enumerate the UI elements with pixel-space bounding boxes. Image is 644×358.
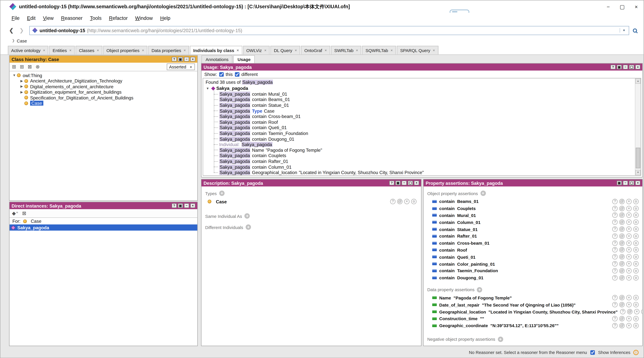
scroll-down-icon[interactable]: ▼ (635, 170, 641, 175)
menu-item[interactable]: View (39, 14, 58, 22)
annotate-button[interactable]: @ (619, 254, 624, 260)
class-tree-row[interactable]: Specification_for_Digitization_of_Ancien… (10, 95, 197, 100)
float-icon[interactable]: ▣ (178, 57, 183, 61)
delete-button[interactable]: × (626, 234, 632, 239)
maximize-icon[interactable]: ▢ (408, 181, 413, 185)
expand-icon[interactable]: ▶ (20, 85, 24, 88)
add-different-individual-button[interactable]: + (246, 224, 251, 230)
close-icon[interactable]: × (414, 181, 419, 185)
delete-button[interactable]: × (626, 227, 632, 232)
menu-item[interactable]: Edit (23, 14, 39, 22)
search-button[interactable] (633, 28, 637, 32)
explain-button[interactable]: ? (612, 234, 618, 239)
tab-close-icon[interactable]: × (264, 48, 266, 52)
explain-button[interactable]: ? (612, 254, 618, 260)
close-icon[interactable]: × (635, 65, 640, 69)
annotate-button[interactable]: @ (627, 309, 632, 314)
tab-close-icon[interactable]: × (356, 48, 358, 52)
menu-item[interactable]: File (8, 14, 23, 22)
delete-button[interactable]: × (626, 254, 632, 260)
tab-close-icon[interactable]: × (142, 48, 144, 52)
class-tree-row[interactable]: ▶ Digital_elements_of_ancient_architectu… (10, 84, 197, 89)
tab[interactable]: Entities × (49, 46, 75, 54)
edit-button[interactable]: o (633, 234, 639, 239)
menu-item[interactable]: Refactor (105, 14, 132, 22)
object-assertion-row[interactable]: contain Dougong_01 ? @ × o (427, 274, 639, 281)
usage-row[interactable]: Sakya_pagoda Type Case (212, 108, 633, 114)
explain-button[interactable]: ? (612, 295, 618, 301)
explain-button[interactable]: ? (612, 323, 618, 328)
class-tree-row[interactable]: ▼ owl:Thing (10, 73, 197, 78)
edit-button[interactable]: o (411, 199, 416, 204)
edit-button[interactable]: o (641, 309, 642, 314)
scrollbar[interactable]: ▲ ▼ (635, 78, 641, 175)
usage-row[interactable]: Sakya_pagoda Geographical_location "Loca… (212, 170, 633, 175)
menu-item[interactable]: Reasoner (57, 14, 86, 22)
tab-annotations[interactable]: Annotations (202, 55, 233, 63)
explain-button[interactable]: ? (620, 309, 626, 314)
tab-close-icon[interactable]: × (390, 48, 393, 52)
delete-button[interactable]: × (626, 213, 632, 218)
address-dropdown-icon[interactable]: ▼ (620, 28, 626, 33)
explain-button[interactable]: ? (612, 261, 618, 267)
usage-row[interactable]: Sakya_pagoda contain Cross-beam_01 (212, 114, 633, 119)
explain-button[interactable]: ? (612, 199, 618, 204)
tab-close-icon[interactable]: × (97, 48, 99, 52)
class-tree-row[interactable]: ▶ Digitization_equipment_for_ancient_bui… (10, 89, 197, 95)
object-assertion-row[interactable]: contain Beams_01 ? @ × o (427, 198, 639, 205)
tab-close-icon[interactable]: × (237, 48, 239, 52)
tab[interactable]: SQWRLTab × (362, 46, 396, 54)
explain-button[interactable]: ? (612, 275, 618, 280)
add-subclass-button[interactable]: ⊞ (12, 64, 16, 70)
maximize-icon[interactable]: ▢ (629, 65, 634, 69)
ontology-address-field[interactable]: untitled-ontology-15 (http://www.semanti… (29, 26, 629, 35)
object-assertion-row[interactable]: contain Mural_01 ? @ × o (427, 212, 639, 219)
edit-button[interactable]: o (633, 220, 639, 225)
object-assertion-row[interactable]: contain Couplets ? @ × o (427, 205, 639, 212)
edit-button[interactable]: o (633, 302, 639, 308)
usage-row[interactable]: Sakya_pagoda contain Taemin_Foundation (212, 130, 633, 136)
class-tree-row[interactable]: ▶ Ancient_Architecture_Digitization_Tech… (10, 78, 197, 84)
explain-button[interactable]: ? (612, 206, 618, 211)
expand-icon[interactable]: ▶ (20, 90, 24, 94)
object-assertion-row[interactable]: contain Rafter_01 ? @ × o (427, 233, 639, 240)
minimize-icon[interactable]: − (184, 203, 189, 208)
tab-close-icon[interactable]: × (69, 48, 72, 52)
scroll-up-icon[interactable]: ▲ (635, 78, 641, 84)
annotate-button[interactable]: @ (619, 220, 624, 225)
tab[interactable]: OWLViz × (243, 46, 270, 54)
data-assertion-row[interactable]: Date_of_last_repair "The Second Year of … (427, 301, 639, 308)
object-assertion-row[interactable]: contain Column_01 ? @ × o (427, 219, 639, 226)
edit-button[interactable]: o (633, 295, 639, 301)
float-icon[interactable]: ▣ (617, 181, 622, 185)
minimize-icon[interactable]: − (623, 181, 628, 185)
show-different-checkbox[interactable] (235, 72, 239, 76)
object-assertion-row[interactable]: contain Color_painting_01 ? @ × o (427, 260, 639, 267)
close-icon[interactable]: × (190, 203, 195, 208)
menu-item[interactable]: Tools (86, 14, 105, 22)
tab[interactable]: Classes × (76, 46, 102, 54)
add-individual-button[interactable]: ◆⁺ (12, 210, 18, 216)
annotate-button[interactable]: @ (619, 199, 624, 204)
delete-button[interactable]: × (626, 268, 632, 274)
annotate-button[interactable]: @ (619, 302, 624, 308)
tab[interactable]: Individuals by class × (190, 46, 242, 54)
explain-button[interactable]: ? (612, 227, 618, 232)
tab[interactable]: SWRLTab × (331, 46, 362, 54)
annotate-button[interactable]: @ (619, 295, 624, 301)
warning-icon[interactable]: ! (633, 350, 639, 355)
add-negative-assertion-button[interactable]: + (498, 337, 503, 342)
edit-button[interactable]: o (633, 199, 639, 204)
edit-button[interactable]: o (633, 316, 639, 321)
annotate-button[interactable]: @ (619, 275, 624, 280)
maximize-button[interactable]: ▢ (620, 3, 625, 10)
annotate-button[interactable]: @ (619, 234, 624, 239)
delete-button[interactable]: × (626, 220, 632, 225)
tab-close-icon[interactable]: × (433, 48, 435, 52)
annotate-button[interactable]: @ (619, 227, 624, 232)
usage-row[interactable]: Sakya_pagoda contain Statue_01 (212, 102, 633, 108)
tab-close-icon[interactable]: × (184, 48, 186, 52)
usage-row[interactable]: Sakya_pagoda contain Queti_01 (212, 125, 633, 130)
delete-button[interactable]: × (626, 199, 632, 204)
edit-button[interactable]: o (633, 213, 639, 218)
